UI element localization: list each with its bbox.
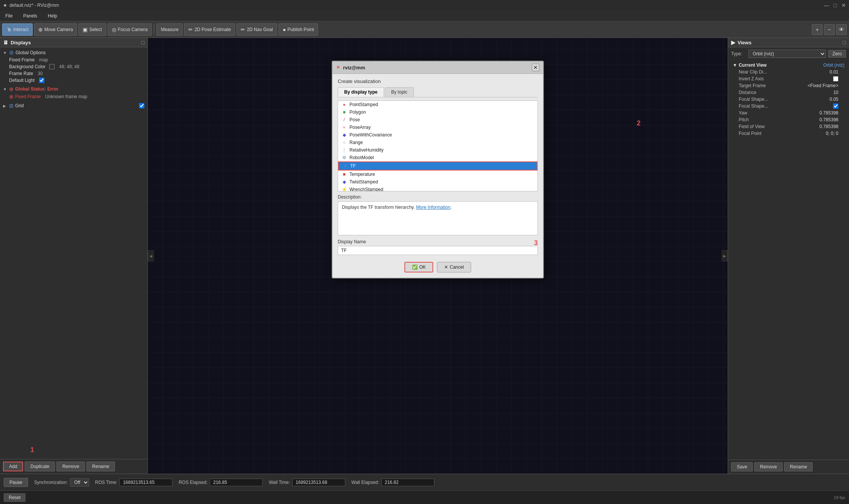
views-type-row: Type: Orbit (rviz) Zero <box>731 50 846 58</box>
global-options-item[interactable]: ▼ ⚙ Global Options <box>0 49 147 56</box>
views-save-button[interactable]: Save <box>731 462 753 471</box>
wall-elapsed-value: 216.82 <box>381 479 434 486</box>
modal-title-bar: ✕ rviz@mm ✕ <box>332 61 543 74</box>
nav-goal-button[interactable]: ✏ 2D Nav Goal <box>237 23 277 36</box>
list-item-polygon[interactable]: ■Polygon <box>338 108 537 116</box>
display-name-input[interactable] <box>338 246 538 255</box>
annotation-1: 1 <box>30 446 34 454</box>
more-info-link[interactable]: More Information <box>416 205 451 210</box>
move-camera-button[interactable]: ⊕ Move Camera <box>34 23 77 36</box>
3d-viewport[interactable]: ◀ ▶ ✕ rviz@mm ✕ Create visualization <box>148 38 728 474</box>
list-item-twiststamped[interactable]: ◆TwistStamped <box>338 178 537 186</box>
close-button[interactable]: ✕ <box>841 2 846 8</box>
fov-row: Field of View 0.785398 <box>731 123 846 130</box>
views-zero-button[interactable]: Zero <box>828 50 846 58</box>
visualization-list[interactable]: ●PointStamped■Polygon/Pose≈PoseArray◆Pos… <box>338 100 538 191</box>
select-button[interactable]: ▣ Select <box>78 23 106 36</box>
list-item-text: PoseWithCovariance <box>349 132 534 138</box>
pause-button[interactable]: Pause <box>4 478 28 487</box>
remove-display-button[interactable]: − <box>824 24 835 35</box>
list-item-robotmodel[interactable]: ⚙RobotModel <box>338 154 537 161</box>
views-type-select[interactable]: Orbit (rviz) <box>749 50 826 58</box>
views-icon: ▶ <box>731 39 735 45</box>
move-camera-icon: ⊕ <box>38 27 43 33</box>
list-item-text: Pose <box>349 117 534 122</box>
list-item-icon: ↗ <box>342 163 348 169</box>
displays-panel-close[interactable]: □ <box>141 39 144 45</box>
views-rename-button[interactable]: Rename <box>784 462 813 471</box>
toolbar-sep1 <box>154 24 154 35</box>
focus-camera-button[interactable]: ◎ Focus Camera <box>108 23 152 36</box>
current-view-section: ▼ Current View Orbit (rviz) <box>731 62 846 69</box>
global-status-item[interactable]: ▼ ⊗ Global Status: Error <box>0 85 147 93</box>
fixed-frame-error-icon: ⊗ <box>9 94 14 100</box>
invert-z-checkbox[interactable] <box>833 76 838 81</box>
grid-icon: ⊞ <box>9 103 14 109</box>
list-item-icon: / <box>341 117 347 122</box>
focal-point-row: Focal Point 0; 0; 0 <box>731 130 846 137</box>
cancel-button[interactable]: ✕ Cancel <box>437 262 471 272</box>
tab-by-topic[interactable]: By topic <box>385 87 414 97</box>
add-button[interactable]: Add <box>3 462 23 471</box>
current-view-label: Current View <box>739 63 767 68</box>
views-panel-close[interactable]: □ <box>843 39 846 45</box>
list-item-pose[interactable]: /Pose <box>338 116 537 124</box>
list-item-tf[interactable]: ↗TF <box>338 161 537 171</box>
list-item-icon: ≈ <box>341 125 347 130</box>
ok-button[interactable]: ✅ OK <box>404 262 433 272</box>
grid-checkbox[interactable] <box>139 103 144 108</box>
modal-close-button[interactable]: ✕ <box>532 64 539 71</box>
list-item-icon: ■ <box>341 172 347 177</box>
duplicate-button[interactable]: Duplicate <box>25 462 55 471</box>
invert-z-row: Invert Z Axis <box>731 75 846 82</box>
interact-button[interactable]: 🖱 Interact <box>2 23 33 36</box>
select-icon: ▣ <box>83 27 88 33</box>
global-options-expand[interactable]: ▼ <box>3 51 8 55</box>
pose-estimate-icon: ✏ <box>188 27 193 33</box>
cancel-icon: ✕ <box>444 265 448 270</box>
modal-title-left: ✕ rviz@mm <box>336 65 365 70</box>
publish-point-button[interactable]: ● Publish Point <box>279 23 318 36</box>
list-item-posewithcovariance[interactable]: ◆PoseWithCovariance <box>338 131 537 139</box>
views-content: Type: Orbit (rviz) Zero ▼ Current View O… <box>728 47 849 141</box>
reset-button[interactable]: Reset <box>4 493 25 502</box>
list-item-wrenchstamped[interactable]: ⚡WrenchStamped <box>338 186 537 191</box>
global-status-expand[interactable]: ▼ <box>3 87 8 91</box>
menu-bar: File Panels Help <box>0 11 849 21</box>
remove-button[interactable]: Remove <box>56 462 85 471</box>
default-light-checkbox[interactable] <box>39 78 44 83</box>
menu-file[interactable]: File <box>3 13 15 19</box>
wall-time-value: 1689213513.68 <box>292 479 345 486</box>
ros-elapsed-value: 216.85 <box>210 479 263 486</box>
menu-help[interactable]: Help <box>45 13 60 19</box>
list-item-icon: ◆ <box>341 179 347 185</box>
grid-expand[interactable]: ▶ <box>3 104 8 108</box>
add-display-button[interactable]: + <box>812 24 822 35</box>
rename-button[interactable]: Rename <box>86 462 115 471</box>
pose-estimate-button[interactable]: ✏ 2D Pose Estimate <box>184 23 235 36</box>
list-item-relativehumidity[interactable]: ⋮RelativeHumidity <box>338 146 537 154</box>
title-bar: ★ default.rviz* - RViz@mm — □ ✕ <box>0 0 849 11</box>
views-panel-header: ▶ Views □ <box>728 38 849 47</box>
measure-button[interactable]: Measure <box>157 23 183 36</box>
description-text: Displays the TF transform hierarchy. <box>342 205 415 210</box>
sync-select[interactable]: Off <box>70 478 89 487</box>
menu-panels[interactable]: Panels <box>21 13 39 19</box>
view-options-button[interactable]: 👁 <box>836 24 847 35</box>
list-item-posearray[interactable]: ≈PoseArray <box>338 124 537 131</box>
tab-display-type[interactable]: By display type <box>338 87 384 97</box>
views-remove-button[interactable]: Remove <box>754 462 783 471</box>
display-name-label: Display Name <box>338 239 538 244</box>
minimize-button[interactable]: — <box>824 2 829 8</box>
list-item-text: Range <box>349 140 534 145</box>
views-type-label: Type: <box>731 51 746 56</box>
grid-item[interactable]: ▶ ⊞ Grid <box>0 102 147 110</box>
list-item-range[interactable]: ○Range <box>338 139 537 146</box>
current-view-expand[interactable]: ▼ <box>733 63 737 68</box>
maximize-button[interactable]: □ <box>834 2 837 8</box>
toolbar: 🖱 Interact ⊕ Move Camera ▣ Select ◎ Focu… <box>0 21 849 38</box>
list-item-pointstamped[interactable]: ●PointStamped <box>338 101 537 108</box>
focal-shape2-checkbox[interactable] <box>833 103 838 109</box>
fps-display: 19 fps <box>834 495 845 500</box>
list-item-temperature[interactable]: ■Temperature <box>338 171 537 178</box>
